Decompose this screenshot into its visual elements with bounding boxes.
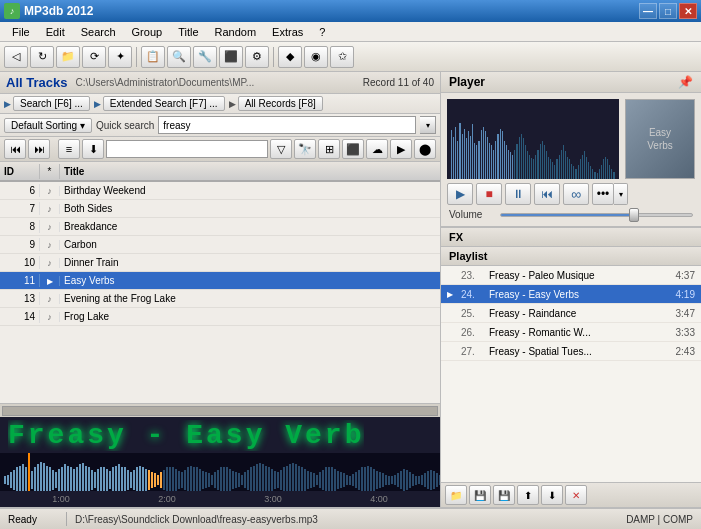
- tt-filter-btn[interactable]: ▽: [270, 139, 292, 159]
- prev-button[interactable]: ⏮: [534, 183, 560, 205]
- col-header-id[interactable]: ID: [0, 164, 40, 179]
- search-f6-button[interactable]: Search [F6] ...: [13, 96, 90, 111]
- menu-extras[interactable]: Extras: [264, 24, 311, 40]
- pin-icon[interactable]: 📌: [678, 75, 693, 89]
- close-button[interactable]: ✕: [679, 3, 697, 19]
- maximize-button[interactable]: □: [659, 3, 677, 19]
- pl-btn-5[interactable]: ⬇: [541, 485, 563, 505]
- options-dropdown[interactable]: ▾: [614, 183, 628, 205]
- left-panel: All Tracks C:\Users\Administrator\Docume…: [0, 72, 441, 507]
- track-row[interactable]: 6 ♪ Birthday Weekend: [0, 182, 440, 200]
- playlist-item[interactable]: 26. Freasy - Romantic W... 3:33: [441, 323, 701, 342]
- extended-search-button[interactable]: Extended Search [F7] ...: [103, 96, 225, 111]
- quick-search-dropdown[interactable]: ▾: [420, 116, 436, 134]
- col-header-star[interactable]: *: [40, 164, 60, 179]
- quick-search-label: Quick search: [96, 120, 154, 131]
- tt-prev-btn[interactable]: ⏮: [4, 139, 26, 159]
- tb-btn-2[interactable]: ↻: [30, 46, 54, 68]
- stop-button[interactable]: ■: [476, 183, 502, 205]
- sort-button[interactable]: Default Sorting ▾: [4, 118, 92, 133]
- pl-btn-4[interactable]: ⬆: [517, 485, 539, 505]
- loop-button[interactable]: ∞: [563, 183, 589, 205]
- track-id: 6: [0, 184, 40, 197]
- options-button[interactable]: •••: [592, 183, 614, 205]
- track-title: Easy Verbs: [60, 274, 440, 287]
- menu-group[interactable]: Group: [124, 24, 171, 40]
- track-name-text: Freasy - Easy Verb: [8, 420, 364, 451]
- col-header-title[interactable]: Title: [60, 164, 440, 179]
- pl-btn-2[interactable]: 💾: [469, 485, 491, 505]
- tb-btn-4[interactable]: ⟳: [82, 46, 106, 68]
- tt-next-btn[interactable]: ⏭: [28, 139, 50, 159]
- tb-btn-5[interactable]: ✦: [108, 46, 132, 68]
- volume-thumb[interactable]: [629, 208, 639, 222]
- tb-btn-8[interactable]: 🔧: [193, 46, 217, 68]
- pl-num: 24.: [461, 289, 489, 300]
- playlist-item[interactable]: 27. Freasy - Spatial Tues... 2:43: [441, 342, 701, 361]
- pl-btn-1[interactable]: 📁: [445, 485, 467, 505]
- pl-btn-delete[interactable]: ✕: [565, 485, 587, 505]
- playlist-item[interactable]: 23. Freasy - Paleo Musique 4:37: [441, 266, 701, 285]
- pl-duration: 4:19: [665, 289, 695, 300]
- fx-bar: FX: [441, 227, 701, 247]
- track-row[interactable]: 8 ♪ Breakdance: [0, 218, 440, 236]
- h-scroll-thumb[interactable]: [2, 406, 438, 416]
- pl-btn-3[interactable]: 💾: [493, 485, 515, 505]
- horizontal-scrollbar[interactable]: [0, 403, 440, 417]
- timeline-mark-1: 1:00: [52, 494, 70, 504]
- menu-search[interactable]: Search: [73, 24, 124, 40]
- tb-btn-7[interactable]: 🔍: [167, 46, 191, 68]
- tt-btn-4[interactable]: ⬇: [82, 139, 104, 159]
- filter-input[interactable]: [106, 140, 268, 158]
- minimize-button[interactable]: —: [639, 3, 657, 19]
- tracks-title: All Tracks: [6, 75, 67, 90]
- tt-binoculars2-btn[interactable]: ⊞: [318, 139, 340, 159]
- menu-random[interactable]: Random: [207, 24, 265, 40]
- track-row[interactable]: 11 ▶ Easy Verbs: [0, 272, 440, 290]
- track-id: 7: [0, 202, 40, 215]
- tt-btn-6[interactable]: ☁: [366, 139, 388, 159]
- playlist-item[interactable]: 25. Freasy - Raindance 3:47: [441, 304, 701, 323]
- tracks-record: Record 11 of 40: [363, 77, 434, 88]
- pl-name: Freasy - Raindance: [489, 308, 665, 319]
- quick-search-input[interactable]: [158, 116, 416, 134]
- tb-btn-12[interactable]: ◉: [304, 46, 328, 68]
- menu-title[interactable]: Title: [170, 24, 206, 40]
- tt-btn-7[interactable]: ▶: [390, 139, 412, 159]
- menu-help[interactable]: ?: [311, 24, 333, 40]
- tb-btn-3[interactable]: 📁: [56, 46, 80, 68]
- pl-num: 27.: [461, 346, 489, 357]
- extra-controls: ••• ▾: [592, 183, 628, 205]
- track-row[interactable]: 13 ♪ Evening at the Frog Lake: [0, 290, 440, 308]
- tt-btn-5[interactable]: ⬛: [342, 139, 364, 159]
- titlebar: ♪ MP3db 2012 — □ ✕: [0, 0, 701, 22]
- play-button[interactable]: ▶: [447, 183, 473, 205]
- track-row[interactable]: 14 ♪ Frog Lake: [0, 308, 440, 326]
- playlist-item[interactable]: ▶ 24. Freasy - Easy Verbs 4:19: [441, 285, 701, 304]
- volume-slider[interactable]: [500, 213, 693, 217]
- all-records-button[interactable]: All Records [F8]: [238, 96, 323, 111]
- tb-btn-6[interactable]: 📋: [141, 46, 165, 68]
- track-row[interactable]: 9 ♪ Carbon: [0, 236, 440, 254]
- volume-row: Volume: [447, 209, 695, 220]
- menu-edit[interactable]: Edit: [38, 24, 73, 40]
- toolbar: ◁ ↻ 📁 ⟳ ✦ 📋 🔍 🔧 ⬛ ⚙ ◆ ◉ ✩: [0, 42, 701, 72]
- tb-btn-10[interactable]: ⚙: [245, 46, 269, 68]
- tb-btn-9[interactable]: ⬛: [219, 46, 243, 68]
- track-row[interactable]: 10 ♪ Dinner Train: [0, 254, 440, 272]
- player-area: EasyVerbs ▶ ■ ⏸ ⏮ ∞ ••• ▾ Volume: [441, 93, 701, 227]
- pl-duration: 2:43: [665, 346, 695, 357]
- track-name-display: Freasy - Easy Verb: [0, 417, 440, 453]
- track-play-icon: ▶: [40, 276, 60, 286]
- track-list-container: ID * Title 6 ♪ Birthday Weekend 7 ♪ Both…: [0, 162, 440, 417]
- tb-btn-13[interactable]: ✩: [330, 46, 354, 68]
- tb-btn-11[interactable]: ◆: [278, 46, 302, 68]
- tt-binoculars-btn[interactable]: 🔭: [294, 139, 316, 159]
- pause-button[interactable]: ⏸: [505, 183, 531, 205]
- menu-file[interactable]: File: [4, 24, 38, 40]
- tt-btn-3[interactable]: ≡: [58, 139, 80, 159]
- tb-btn-1[interactable]: ◁: [4, 46, 28, 68]
- waveform[interactable]: 1:00 2:00 3:00 4:00: [0, 453, 440, 507]
- track-row[interactable]: 7 ♪ Both Sides: [0, 200, 440, 218]
- tt-btn-expand[interactable]: ⬤: [414, 139, 436, 159]
